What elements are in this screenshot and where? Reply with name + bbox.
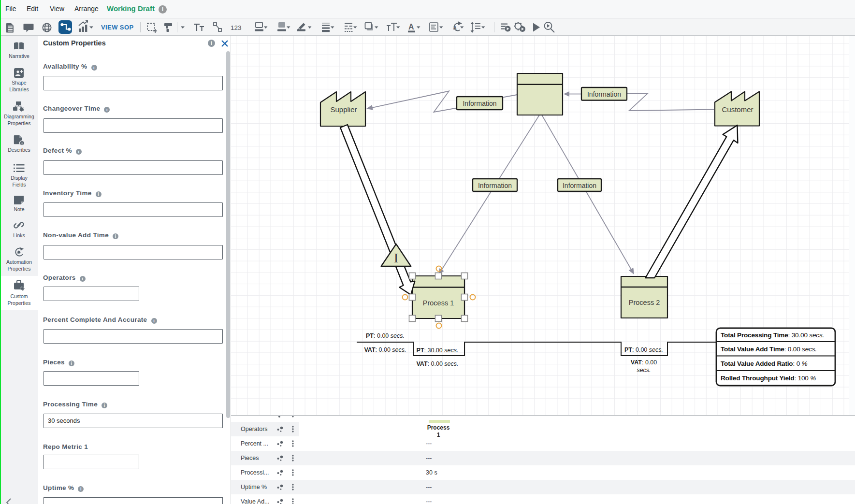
svg-text:Total Processing Time: 30.00 s: Total Processing Time: 30.00 secs. (721, 331, 824, 339)
svg-text:PT: 0.00 secs.: PT: 0.00 secs. (624, 346, 663, 353)
svg-text:VAT: 0.00 secs.: VAT: 0.00 secs. (364, 346, 406, 353)
svg-text:A: A (453, 25, 457, 30)
svg-text:secs.: secs. (637, 367, 651, 374)
svg-text:Supplier: Supplier (330, 105, 357, 114)
svg-text:Process 2: Process 2 (629, 299, 660, 306)
svg-text:Rolled Throughput Yield: 100 %: Rolled Throughput Yield: 100 % (721, 374, 816, 382)
svg-text:Information: Information (463, 100, 496, 107)
svg-text:Process 1: Process 1 (423, 299, 454, 307)
svg-text:VAT: 0.00 secs.: VAT: 0.00 secs. (416, 360, 458, 367)
svg-text:Customer: Customer (722, 105, 753, 114)
svg-text:VIEW SOP: VIEW SOP (101, 24, 134, 31)
svg-text:Information: Information (563, 182, 596, 189)
svg-text:123: 123 (231, 24, 242, 31)
svg-text:I: I (394, 251, 398, 265)
svg-text:Information: Information (478, 182, 512, 189)
svg-text:Total Value Added Ratio: 0 %: Total Value Added Ratio: 0 % (721, 360, 808, 367)
svg-text:A: A (408, 23, 414, 31)
svg-text:Total Value Add Time: 0.00 sec: Total Value Add Time: 0.00 secs. (721, 346, 817, 353)
svg-text:PT: 30.00 secs.: PT: 30.00 secs. (417, 347, 459, 354)
svg-text:Information: Information (587, 90, 621, 98)
svg-text:VAT: 0.00: VAT: 0.00 (631, 359, 657, 366)
svg-text:PT: 0.00 secs.: PT: 0.00 secs. (366, 332, 405, 339)
